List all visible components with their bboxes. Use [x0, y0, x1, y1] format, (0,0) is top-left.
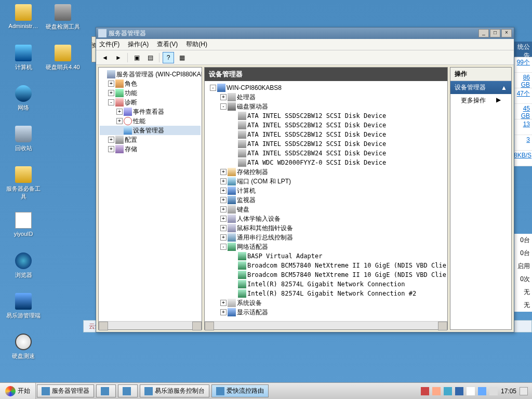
device-node[interactable]: ATA INTEL SSDSC2BW12 SCSI Disk Device	[206, 130, 446, 139]
device-node[interactable]: ATA INTEL SSDSC2BW12 SCSI Disk Device	[206, 111, 446, 121]
device-node[interactable]: +处理器	[206, 92, 446, 102]
volume-icon[interactable]	[489, 387, 498, 395]
tree-node[interactable]: +功能	[100, 88, 201, 98]
show-desktop-button[interactable]	[520, 387, 528, 395]
tray-icon[interactable]	[444, 387, 452, 395]
device-node[interactable]: +人体学输入设备	[206, 214, 446, 223]
scrollbar-horizontal[interactable]	[205, 321, 447, 329]
taskbar-item[interactable]	[118, 384, 138, 397]
device-node[interactable]: Intel(R) 82574L Gigabit Network Connecti…	[206, 280, 446, 289]
device-tree[interactable]: -WIN-CPI860KABS8+处理器-磁盘驱动器ATA INTEL SSDS…	[205, 81, 447, 321]
menu-item[interactable]: 查看(V)	[157, 40, 178, 49]
start-button[interactable]: 开始	[0, 383, 36, 399]
forward-button[interactable]: ►	[113, 52, 124, 63]
expander-icon[interactable]: +	[220, 188, 227, 194]
device-node[interactable]: +监视器	[206, 195, 446, 205]
titlebar[interactable]: 服务器管理器 _ □ ×	[96, 28, 514, 39]
expander-icon[interactable]: +	[108, 137, 114, 143]
desktop-icon[interactable]: Administr…	[5, 4, 42, 29]
taskbar-item[interactable]: 易乐游服务控制台	[140, 384, 209, 397]
expander-icon[interactable]: -	[220, 244, 227, 250]
tree-node-root[interactable]: 服务器管理器 (WIN-CPI880KABS	[100, 70, 201, 79]
device-node[interactable]: Broadcom BCM57840 NetXtreme II 10 GigE (…	[206, 261, 446, 270]
clock[interactable]: 17:05	[501, 388, 516, 395]
expander-icon[interactable]: +	[220, 234, 227, 241]
tree-node[interactable]: +存储	[100, 144, 201, 154]
desktop-icon[interactable]: 硬盘测速	[5, 334, 42, 360]
device-node[interactable]: +键盘	[206, 205, 446, 214]
expander-icon[interactable]: +	[220, 169, 227, 175]
device-node[interactable]: +显示适配器	[206, 308, 446, 317]
expander-icon[interactable]: +	[220, 309, 227, 315]
desktop-icon[interactable]: 硬盘哨兵4.40	[45, 45, 81, 71]
device-node[interactable]: BASP Virtual Adapter	[206, 251, 446, 261]
help-button[interactable]: ?	[163, 52, 174, 63]
menu-item[interactable]: 文件(F)	[99, 40, 119, 49]
device-node[interactable]: ATA INTEL SSDSC2BW12 SCSI Disk Device	[206, 121, 446, 130]
device-node[interactable]: +端口 (COM 和 LPT)	[206, 177, 446, 186]
back-button[interactable]: ◄	[99, 52, 111, 63]
device-node[interactable]: -网络适配器	[206, 242, 446, 251]
expander-icon[interactable]: +	[116, 109, 123, 115]
tray-icon[interactable]	[421, 387, 429, 395]
device-node[interactable]: -WIN-CPI860KABS8	[206, 83, 446, 92]
expander-icon[interactable]: -	[108, 99, 114, 105]
tree-node[interactable]: +事件查看器	[100, 107, 201, 116]
maximize-button[interactable]: □	[490, 29, 500, 37]
minimize-button[interactable]: _	[478, 29, 489, 37]
desktop-icon[interactable]: 服务器必备工具	[5, 166, 42, 201]
tree-node[interactable]: -诊断	[100, 98, 201, 107]
desktop-icon[interactable]: 易乐游管理端	[5, 293, 42, 320]
flag-icon[interactable]	[467, 387, 475, 395]
device-node[interactable]: -磁盘驱动器	[206, 102, 446, 111]
expander-icon[interactable]: +	[116, 118, 123, 124]
taskbar-item[interactable]: 爱快流控路由	[211, 384, 269, 397]
desktop-icon[interactable]: 计算机	[5, 45, 42, 71]
device-node[interactable]: ATA INTEL SSDSC2BW24 SCSI Disk Device	[206, 149, 446, 158]
network-tray-icon[interactable]	[478, 387, 486, 395]
device-node[interactable]: +计算机	[206, 186, 446, 195]
device-node[interactable]: Intel(R) 82574L Gigabit Network Connecti…	[206, 289, 446, 298]
tree-node[interactable]: +性能	[100, 116, 201, 126]
desktop-icon[interactable]: 回收站	[5, 126, 42, 152]
expander-icon[interactable]: +	[220, 178, 227, 184]
expander-icon[interactable]: +	[220, 225, 227, 231]
collapse-icon[interactable]: ▲	[501, 84, 507, 91]
device-node[interactable]: ATA INTEL SSDSC2BW12 SCSI Disk Device	[206, 139, 446, 149]
device-node[interactable]: +系统设备	[206, 298, 446, 308]
expander-icon[interactable]: +	[220, 206, 227, 212]
device-node[interactable]: Broadcom BCM57840 NetXtreme II 10 GigE (…	[206, 270, 446, 280]
expander-icon[interactable]: +	[108, 146, 114, 152]
expander-icon[interactable]: -	[220, 103, 227, 110]
expander-icon[interactable]: +	[220, 300, 227, 306]
show-hide-button[interactable]: ▣	[131, 52, 142, 63]
desktop-icon[interactable]: 浏览器	[5, 252, 42, 279]
tree-node[interactable]: 设备管理器	[100, 126, 201, 135]
close-button[interactable]: ×	[501, 29, 512, 37]
properties-button[interactable]: ▤	[144, 52, 156, 63]
desktop-icon[interactable]: 硬盘检测工具	[45, 4, 81, 31]
expander-icon[interactable]: +	[220, 94, 227, 100]
tray-icon[interactable]	[432, 387, 441, 395]
menu-item[interactable]: 操作(A)	[128, 40, 149, 49]
expander-icon[interactable]: +	[220, 216, 227, 222]
expander-icon[interactable]: +	[108, 81, 114, 87]
desktop-icon[interactable]: 网络	[5, 85, 42, 112]
device-node[interactable]: ATA WDC WD2000FYYZ-0 SCSI Disk Device	[206, 158, 446, 167]
tree-node[interactable]: +配置	[100, 135, 201, 144]
refresh-button[interactable]: ▦	[176, 52, 188, 63]
expander-icon[interactable]: -	[210, 85, 216, 91]
taskbar-item[interactable]: 服务器管理器	[37, 384, 94, 397]
taskbar-item[interactable]	[96, 384, 116, 397]
expander-icon[interactable]: +	[220, 197, 227, 203]
desktop-icon[interactable]: yiyouID	[5, 212, 42, 237]
device-node[interactable]: +鼠标和其他指针设备	[206, 223, 446, 233]
expander-icon[interactable]: +	[108, 90, 114, 96]
device-node[interactable]: +通用串行总线控制器	[206, 233, 446, 242]
tree-node[interactable]: +角色	[100, 79, 201, 88]
system-tray[interactable]: 17:05	[417, 383, 532, 399]
menu-item[interactable]: 帮助(H)	[186, 40, 207, 49]
more-actions-item[interactable]: 更多操作 ▶	[450, 94, 511, 107]
scrollbar-horizontal[interactable]	[99, 321, 202, 329]
server-tree[interactable]: 服务器管理器 (WIN-CPI880KABS+角色+功能-诊断+事件查看器+性能…	[99, 68, 202, 321]
